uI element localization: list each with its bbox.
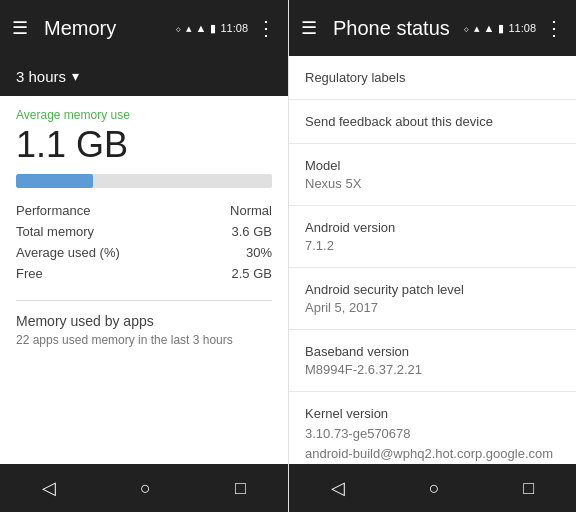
- right-hamburger-icon[interactable]: ☰: [301, 17, 317, 39]
- right-signal-icon: ▲: [484, 22, 495, 34]
- stat-value-free: 2.5 GB: [232, 266, 272, 281]
- memory-bar-fill: [16, 174, 93, 188]
- regulatory-labels-label: Regulatory labels: [305, 70, 560, 85]
- bluetooth-icon: ⬦: [175, 22, 182, 34]
- stat-row-free: Free 2.5 GB: [16, 263, 272, 284]
- right-status-bar: ⬦ ▴ ▲ ▮ 11:08: [463, 22, 536, 35]
- right-more-button[interactable]: ⋮: [544, 16, 564, 40]
- left-bottom-nav: ◁ ○ □: [0, 464, 288, 512]
- time-filter-row[interactable]: 3 hours ▾: [0, 56, 288, 96]
- send-feedback-label: Send feedback about this device: [305, 114, 560, 129]
- android-version-title: Android version: [305, 220, 560, 235]
- right-panel: ☰ Phone status ⬦ ▴ ▲ ▮ 11:08 ⋮ Regulator…: [288, 0, 576, 512]
- wifi-icon: ▴: [186, 22, 192, 35]
- battery-icon: ▮: [210, 22, 216, 35]
- stat-row-performance: Performance Normal: [16, 200, 272, 221]
- recents-button[interactable]: □: [219, 470, 262, 507]
- right-battery-icon: ▮: [498, 22, 504, 35]
- left-more-button[interactable]: ⋮: [256, 16, 276, 40]
- security-patch-title: Android security patch level: [305, 282, 560, 297]
- baseband-title: Baseband version: [305, 344, 560, 359]
- right-time-display: 11:08: [508, 22, 536, 34]
- baseband-value: M8994F-2.6.37.2.21: [305, 362, 560, 377]
- right-content: Regulatory labels Send feedback about th…: [289, 56, 576, 464]
- home-button[interactable]: ○: [124, 470, 167, 507]
- stat-row-total: Total memory 3.6 GB: [16, 221, 272, 242]
- stat-value-avg-pct: 30%: [246, 245, 272, 260]
- android-version-item: Android version 7.1.2: [289, 206, 576, 268]
- kernel-item: Kernel version 3.10.73-ge570678 android-…: [289, 392, 576, 464]
- right-bluetooth-icon: ⬦: [463, 22, 470, 34]
- avg-memory-value: 1.1 GB: [16, 124, 272, 166]
- memory-apps-subtitle: 22 apps used memory in the last 3 hours: [16, 333, 272, 347]
- right-home-button[interactable]: ○: [413, 470, 456, 507]
- right-title: Phone status: [333, 17, 463, 40]
- avg-memory-label: Average memory use: [16, 108, 272, 122]
- right-back-button[interactable]: ◁: [315, 469, 361, 507]
- model-value: Nexus 5X: [305, 176, 560, 191]
- security-patch-item: Android security patch level April 5, 20…: [289, 268, 576, 330]
- send-feedback-item[interactable]: Send feedback about this device: [289, 100, 576, 144]
- time-filter-label: 3 hours: [16, 68, 66, 85]
- model-item: Model Nexus 5X: [289, 144, 576, 206]
- stat-label-total: Total memory: [16, 224, 94, 239]
- kernel-value: 3.10.73-ge570678 android-build@wphq2.hot…: [305, 424, 560, 464]
- memory-bar: [16, 174, 272, 188]
- left-title: Memory: [44, 17, 175, 40]
- stats-table: Performance Normal Total memory 3.6 GB A…: [16, 200, 272, 284]
- right-recents-button[interactable]: □: [507, 470, 550, 507]
- hamburger-icon[interactable]: ☰: [12, 17, 28, 39]
- left-status-bar: ⬦ ▴ ▲ ▮ 11:08: [175, 22, 248, 35]
- time-display: 11:08: [220, 22, 248, 34]
- right-header: ☰ Phone status ⬦ ▴ ▲ ▮ 11:08 ⋮: [289, 0, 576, 56]
- stat-label-avg-pct: Average used (%): [16, 245, 120, 260]
- security-patch-value: April 5, 2017: [305, 300, 560, 315]
- stat-label-free: Free: [16, 266, 43, 281]
- time-filter-arrow-icon: ▾: [72, 68, 79, 84]
- stat-row-avg-pct: Average used (%) 30%: [16, 242, 272, 263]
- left-panel: ☰ Memory ⬦ ▴ ▲ ▮ 11:08 ⋮ 3 hours ▾ Avera…: [0, 0, 288, 512]
- divider: [16, 300, 272, 301]
- stat-value-total: 3.6 GB: [232, 224, 272, 239]
- right-bottom-nav: ◁ ○ □: [289, 464, 576, 512]
- left-header: ☰ Memory ⬦ ▴ ▲ ▮ 11:08 ⋮: [0, 0, 288, 56]
- signal-icon: ▲: [196, 22, 207, 34]
- regulatory-labels-item[interactable]: Regulatory labels: [289, 56, 576, 100]
- back-button[interactable]: ◁: [26, 469, 72, 507]
- baseband-item: Baseband version M8994F-2.6.37.2.21: [289, 330, 576, 392]
- model-title: Model: [305, 158, 560, 173]
- stat-label-performance: Performance: [16, 203, 90, 218]
- right-wifi-icon: ▴: [474, 22, 480, 35]
- memory-apps-title: Memory used by apps: [16, 313, 272, 329]
- android-version-value: 7.1.2: [305, 238, 560, 253]
- kernel-title: Kernel version: [305, 406, 560, 421]
- stat-value-performance: Normal: [230, 203, 272, 218]
- left-content: Average memory use 1.1 GB Performance No…: [0, 96, 288, 464]
